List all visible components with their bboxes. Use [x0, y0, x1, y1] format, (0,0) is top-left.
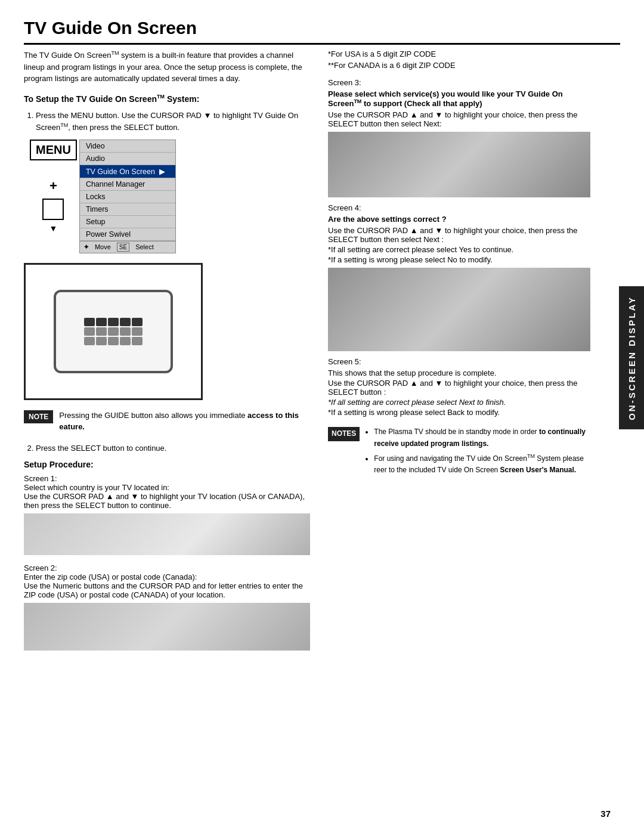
screen5-italic1: *If all setting are correct please selec…: [328, 398, 590, 407]
screen4-text: Use the CURSOR PAD ▲ and ▼ to highlight …: [328, 226, 590, 244]
menu-item-setup: Setup: [80, 216, 175, 228]
screen4-label: Screen 4:: [328, 203, 590, 212]
screen2-block: Screen 2: Enter the zip code (USA) or po…: [24, 563, 310, 651]
menu-plus-icon: +: [49, 178, 57, 194]
notes-label: NOTES: [328, 427, 360, 441]
screen3-heading: Please select which service(s) you would…: [328, 89, 590, 108]
note-box: NOTE Pressing the GUIDE button also allo…: [24, 410, 310, 433]
setup-section-heading: To Setup the TV Guide On ScreenTM System…: [24, 94, 310, 104]
right-tab-label: ON-SCREEN DISPLAY: [627, 296, 637, 420]
menu-item-powerswivel: Power Swivel: [80, 228, 175, 241]
screen1-block: Screen 1: Select which country is your T…: [24, 474, 310, 555]
screen4-text3: *If a setting is wrong please select No …: [328, 255, 590, 264]
move-icon: ✦: [83, 243, 89, 251]
menu-items-box: Video Audio TV Guide On Screen ▶ Channel…: [79, 140, 176, 253]
tv-screen: [54, 290, 173, 373]
screen4-text2: *If all setting are correct please selec…: [328, 245, 590, 254]
zip-note1: *For USA is a 5 digit ZIP CODE: [328, 49, 590, 58]
tv-keypad: [84, 318, 143, 345]
screen3-label: Screen 3:: [328, 78, 590, 87]
menu-item-tvguide: TV Guide On Screen ▶: [80, 165, 175, 178]
menu-arrow-down-icon: ▼: [49, 224, 58, 233]
screen3-image: [328, 132, 590, 197]
menu-item-locks: Locks: [80, 191, 175, 203]
page-number: 37: [600, 809, 611, 819]
screen1-label: Screen 1: Select which country is your T…: [24, 474, 310, 510]
tv-illustration: [24, 263, 203, 400]
notes-item-2: For using and navigating the TV uide On …: [374, 452, 590, 476]
screen5-text: This shows that the setup procedure is c…: [328, 368, 590, 377]
notes-box: NOTES The Plasma TV should be in standby…: [328, 426, 590, 478]
screen4-container: Screen 4: Are the above settings correct…: [328, 203, 590, 351]
screen4-heading: Are the above settings correct ?: [328, 215, 590, 224]
setup-procedure-heading: Setup Procedure:: [24, 460, 310, 469]
screen1-image: [24, 513, 310, 555]
menu-item-video: Video: [80, 140, 175, 153]
note-label: NOTE: [24, 410, 53, 423]
step2-list: Press the SELECT button to continue.: [24, 442, 310, 454]
menu-small-rect: [42, 199, 64, 220]
screen5-container: Screen 5: This shows that the setup proc…: [328, 357, 590, 417]
select-icon-box: SE: [117, 243, 129, 252]
notes-item-1: The Plasma TV should be in standby mode …: [374, 426, 590, 449]
menu-illustration: MENU + ▼ Video Audio TV Guide On Screen …: [30, 140, 310, 253]
menu-item-timers: Timers: [80, 203, 175, 216]
select-label: Select: [135, 243, 154, 250]
menu-label-box: MENU + ▼: [30, 140, 77, 233]
menu-item-audio: Audio: [80, 153, 175, 165]
page-title: TV Guide On Screen: [24, 18, 620, 45]
move-label: Move: [95, 243, 111, 250]
screen3-text: Use the CURSOR PAD ▲ and ▼ to highlight …: [328, 110, 590, 128]
menu-bottom-bar: ✦ Move SE Select: [80, 241, 175, 253]
screen5-italic2: *If a setting is wrong please select Bac…: [328, 408, 590, 417]
intro-text: The TV Guide On ScreenTM system is a bui…: [24, 49, 310, 85]
notes-list: The Plasma TV should be in standby mode …: [366, 426, 590, 478]
note-text: Pressing the GUIDE button also allows yo…: [59, 410, 310, 433]
menu-item-channel: Channel Manager: [80, 178, 175, 191]
zip-note2: **For CANADA is a 6 digit ZIP CODE: [328, 61, 590, 70]
menu-label-text: MENU: [30, 140, 77, 160]
screen3-container: Screen 3: Please select which service(s)…: [328, 78, 590, 197]
step-2: Press the SELECT button to continue.: [36, 442, 310, 454]
steps-list: Press the MENU button. Use the CURSOR PA…: [24, 110, 310, 133]
screen2-image: [24, 603, 310, 651]
right-tab: ON-SCREEN DISPLAY: [619, 286, 644, 429]
step-1: Press the MENU button. Use the CURSOR PA…: [36, 110, 310, 133]
screen5-label: Screen 5:: [328, 357, 590, 366]
screen5-text2: Use the CURSOR PAD ▲ and ▼ to highlight …: [328, 379, 590, 397]
screen2-label: Screen 2: Enter the zip code (USA) or po…: [24, 563, 310, 599]
screen4-image: [328, 268, 590, 351]
